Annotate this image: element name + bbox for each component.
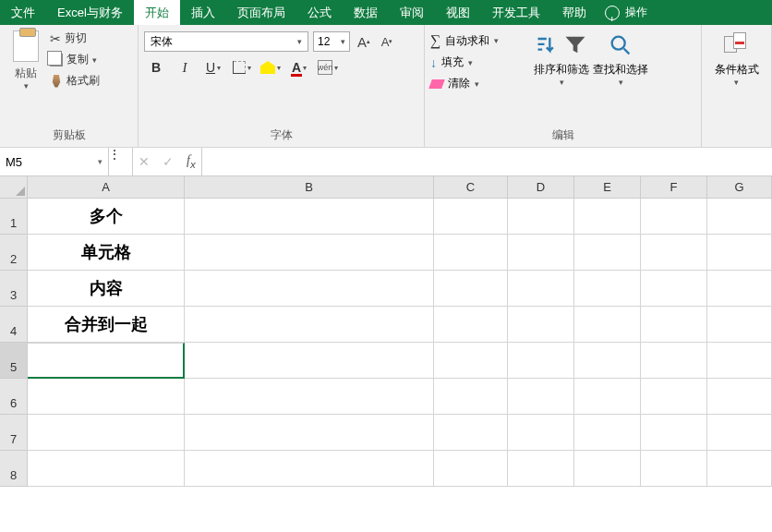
cell-C3[interactable]: [434, 271, 508, 307]
sort-filter-button[interactable]: 排序和筛选 ▾: [532, 32, 591, 87]
cancel-formula-button[interactable]: ✕: [139, 154, 150, 169]
cell-F4[interactable]: [641, 307, 707, 343]
cell-C8[interactable]: [434, 451, 508, 487]
cell-E8[interactable]: [574, 451, 641, 487]
increase-font-button[interactable]: A▴: [355, 32, 373, 51]
formula-input[interactable]: [202, 148, 772, 175]
cell-E2[interactable]: [574, 235, 641, 271]
cell-F6[interactable]: [641, 379, 707, 415]
cell-A7[interactable]: [28, 415, 185, 451]
row-header-6[interactable]: 6: [0, 379, 28, 415]
cell-G5[interactable]: [707, 343, 772, 379]
phonetic-button[interactable]: wén▾: [316, 57, 340, 78]
fill-button[interactable]: ↓ 填充 ▾: [430, 54, 532, 70]
cell-G2[interactable]: [707, 235, 772, 271]
cell-B5[interactable]: [185, 343, 434, 379]
cell-F5[interactable]: [641, 343, 707, 379]
menu-insert[interactable]: 插入: [180, 0, 226, 25]
cell-E1[interactable]: [574, 199, 641, 235]
cell-G1[interactable]: [707, 199, 772, 235]
cell-D4[interactable]: [508, 307, 574, 343]
cell-F3[interactable]: [641, 271, 707, 307]
decrease-font-button[interactable]: A▾: [378, 32, 396, 51]
cell-B4[interactable]: [185, 307, 434, 343]
select-all-corner[interactable]: [0, 176, 28, 199]
menu-file[interactable]: 文件: [0, 0, 46, 25]
cell-B8[interactable]: [185, 451, 434, 487]
cell-A4[interactable]: 合并到一起: [28, 307, 185, 343]
cell-D5[interactable]: [508, 343, 574, 379]
row-header-2[interactable]: 2: [0, 235, 28, 271]
font-name-select[interactable]: 宋体 ▾: [144, 31, 308, 52]
cell-D1[interactable]: [508, 199, 574, 235]
menu-data[interactable]: 数据: [343, 0, 389, 25]
underline-button[interactable]: U▾: [201, 57, 225, 78]
col-header-G[interactable]: G: [707, 176, 772, 199]
menu-formulas[interactable]: 公式: [296, 0, 343, 25]
cell-C1[interactable]: [434, 199, 508, 235]
tell-me[interactable]: 操作: [605, 5, 647, 20]
cell-E7[interactable]: [574, 415, 641, 451]
cell-G4[interactable]: [707, 307, 772, 343]
row-header-8[interactable]: 8: [0, 451, 28, 487]
cell-F7[interactable]: [641, 415, 707, 451]
autosum-button[interactable]: ∑ 自动求和 ▾: [430, 32, 532, 49]
cell-C4[interactable]: [434, 307, 508, 343]
cell-E6[interactable]: [574, 379, 641, 415]
cell-A1[interactable]: 多个: [28, 199, 185, 235]
format-painter-button[interactable]: 格式刷: [50, 73, 100, 89]
name-box[interactable]: M5 ▾: [0, 148, 109, 175]
cond-format-button[interactable]: 条件格式 ▾: [707, 32, 766, 143]
cell-G8[interactable]: [707, 451, 772, 487]
col-header-C[interactable]: C: [434, 176, 508, 199]
paste-dropdown-icon[interactable]: ▾: [24, 81, 29, 91]
clear-button[interactable]: 清除 ▾: [430, 76, 532, 91]
cell-B7[interactable]: [185, 415, 434, 451]
font-size-select[interactable]: 12 ▾: [313, 31, 350, 52]
menu-review[interactable]: 审阅: [389, 0, 435, 25]
menu-view[interactable]: 视图: [435, 0, 481, 25]
menu-excel-finance[interactable]: Excel与财务: [46, 0, 134, 25]
col-header-E[interactable]: E: [574, 176, 641, 199]
accept-formula-button[interactable]: ✓: [163, 154, 174, 169]
row-header-7[interactable]: 7: [0, 415, 28, 451]
cell-C7[interactable]: [434, 415, 508, 451]
cell-C2[interactable]: [434, 235, 508, 271]
copy-dropdown-icon[interactable]: ▾: [92, 55, 97, 65]
bold-button[interactable]: B: [144, 57, 168, 78]
find-select-button[interactable]: 查找和选择 ▾: [591, 32, 650, 87]
row-header-3[interactable]: 3: [0, 271, 28, 307]
fill-color-button[interactable]: ▾: [259, 57, 283, 78]
cell-G6[interactable]: [707, 379, 772, 415]
row-header-1[interactable]: 1: [0, 199, 28, 235]
cell-A2[interactable]: 单元格: [28, 235, 185, 271]
cell-A5[interactable]: [28, 343, 185, 379]
cell-D6[interactable]: [508, 379, 574, 415]
menu-page-layout[interactable]: 页面布局: [226, 0, 296, 25]
cell-B1[interactable]: [185, 199, 434, 235]
cell-A3[interactable]: 内容: [28, 271, 185, 307]
col-header-A[interactable]: A: [28, 176, 185, 199]
font-color-button[interactable]: A▾: [287, 57, 311, 78]
cut-button[interactable]: ✂ 剪切: [50, 30, 100, 46]
cell-C6[interactable]: [434, 379, 508, 415]
col-header-D[interactable]: D: [508, 176, 574, 199]
cell-B2[interactable]: [185, 235, 434, 271]
menu-help[interactable]: 帮助: [551, 0, 597, 25]
cell-F2[interactable]: [641, 235, 707, 271]
italic-button[interactable]: I: [173, 57, 197, 78]
cell-C5[interactable]: [434, 343, 508, 379]
cell-D8[interactable]: [508, 451, 574, 487]
paste-button[interactable]: 粘贴 ▾: [6, 29, 46, 91]
cell-E3[interactable]: [574, 271, 641, 307]
name-box-expand[interactable]: ⋮: [109, 148, 133, 175]
cell-A6[interactable]: [28, 379, 185, 415]
cell-E5[interactable]: [574, 343, 641, 379]
cell-B3[interactable]: [185, 271, 434, 307]
cell-G3[interactable]: [707, 271, 772, 307]
col-header-F[interactable]: F: [641, 176, 707, 199]
insert-function-button[interactable]: fx: [187, 153, 196, 170]
copy-button[interactable]: 复制 ▾: [50, 52, 100, 67]
menu-developer[interactable]: 开发工具: [481, 0, 551, 25]
cell-F8[interactable]: [641, 451, 707, 487]
